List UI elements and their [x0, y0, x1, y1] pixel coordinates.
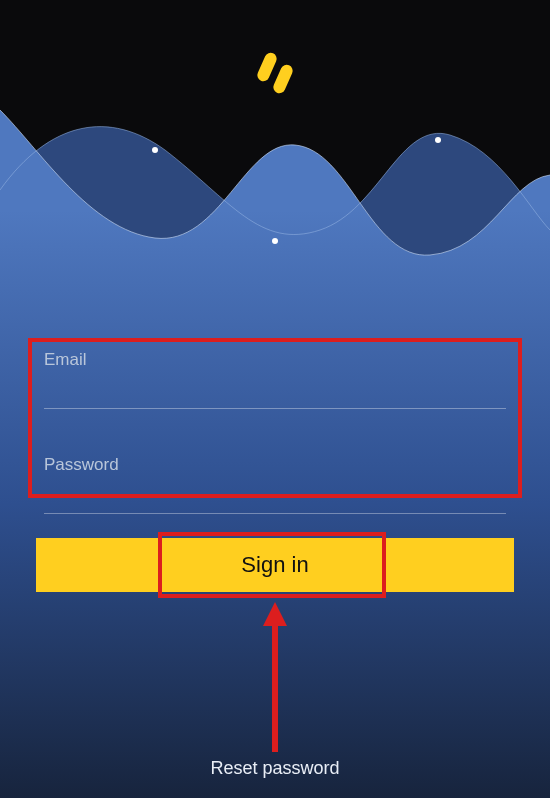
svg-point-1 — [152, 147, 158, 153]
email-label: Email — [44, 350, 506, 370]
app-logo-icon — [253, 48, 297, 102]
reset-password-label: Reset password — [210, 758, 339, 778]
signin-button-label: Sign in — [241, 552, 308, 578]
signin-button[interactable]: Sign in — [36, 538, 514, 592]
email-field-group: Email — [44, 350, 506, 409]
svg-rect-5 — [271, 63, 294, 95]
password-field[interactable] — [44, 485, 506, 514]
login-form: Email Password — [30, 340, 520, 528]
svg-point-2 — [272, 238, 278, 244]
svg-rect-4 — [255, 51, 278, 83]
reset-password-link[interactable]: Reset password — [0, 758, 550, 779]
password-label: Password — [44, 455, 506, 475]
svg-point-3 — [435, 137, 441, 143]
email-field[interactable] — [44, 380, 506, 409]
password-field-group: Password — [44, 455, 506, 514]
